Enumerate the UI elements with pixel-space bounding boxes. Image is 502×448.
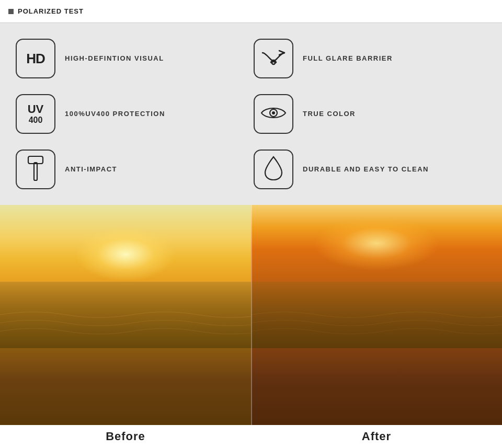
glare-icon-box	[254, 39, 293, 78]
feature-uv-label: 100%UV400 PROTECTION	[65, 109, 165, 119]
after-label: After	[362, 430, 391, 443]
header: POLARIZED TEST	[0, 0, 502, 23]
page-wrapper: POLARIZED TEST HD HIGH-DEFINTION VISUAL	[0, 0, 502, 448]
shuffle-icon	[261, 49, 286, 68]
features-grid: HD HIGH-DEFINTION VISUAL	[16, 33, 486, 194]
uv-icon-box: UV 400	[16, 94, 55, 134]
header-title: POLARIZED TEST	[18, 7, 84, 15]
before-caption: Before	[0, 425, 251, 448]
uv-icon: UV 400	[28, 103, 44, 125]
comparison-images	[0, 205, 502, 425]
before-label: Before	[106, 430, 145, 443]
sun-glow-after	[314, 216, 439, 271]
hammer-icon	[26, 155, 45, 183]
caption-bar: Before After	[0, 425, 502, 448]
impact-icon-box	[16, 150, 55, 189]
eye-icon	[260, 105, 287, 123]
hd-icon: HD	[26, 51, 45, 67]
svg-rect-3	[34, 163, 37, 180]
feature-impact: ANTI-IMPACT	[16, 144, 248, 194]
divider-line	[251, 205, 252, 425]
svg-point-1	[272, 111, 275, 114]
after-caption: After	[251, 425, 502, 448]
clean-icon-box	[254, 150, 293, 189]
features-area: HD HIGH-DEFINTION VISUAL	[0, 23, 502, 205]
feature-uv: UV 400 100%UV400 PROTECTION	[16, 89, 248, 139]
hd-icon-box: HD	[16, 39, 55, 78]
feature-glare-label: FULL GLARE BARRIER	[303, 54, 393, 63]
header-icon	[8, 9, 14, 14]
feature-color: TRUE COLOR	[254, 89, 486, 139]
color-icon-box	[254, 94, 293, 134]
comparison-area: Before After	[0, 205, 502, 448]
feature-color-label: TRUE COLOR	[303, 109, 356, 119]
feature-glare: FULL GLARE BARRIER	[254, 33, 486, 84]
drop-icon	[264, 156, 283, 183]
feature-clean-label: DURABLE AND EASY TO CLEAN	[303, 165, 429, 174]
feature-impact-label: ANTI-IMPACT	[65, 165, 117, 174]
before-panel	[0, 205, 251, 425]
after-panel	[251, 205, 502, 425]
sun-glow-before	[75, 227, 176, 282]
feature-clean: DURABLE AND EASY TO CLEAN	[254, 144, 486, 194]
feature-hd: HD HIGH-DEFINTION VISUAL	[16, 33, 248, 84]
feature-hd-label: HIGH-DEFINTION VISUAL	[65, 54, 164, 63]
